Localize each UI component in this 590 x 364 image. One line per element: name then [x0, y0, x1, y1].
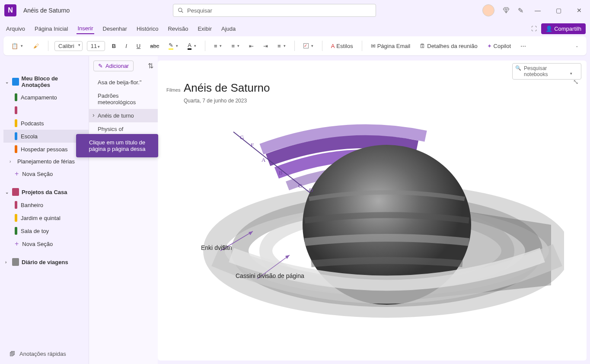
premium-icon[interactable] — [502, 6, 510, 14]
sort-icon[interactable]: ⇅ — [148, 62, 153, 70]
search-input[interactable]: Pesquisar — [173, 4, 376, 17]
new-section-button[interactable]: +Nova Seção — [3, 167, 89, 180]
ring-label-f: F — [251, 142, 254, 149]
maximize-button[interactable]: ▢ — [552, 4, 565, 17]
close-button[interactable]: ✕ — [573, 4, 586, 17]
annotation-cassini: Cassini divisão de página — [236, 272, 304, 279]
email-icon: ✉ — [371, 43, 376, 49]
indent-button[interactable]: ⇥ — [261, 41, 271, 51]
highlight-button[interactable]: ✎▾ — [166, 40, 181, 51]
expand-icon[interactable]: ⤢ — [572, 79, 580, 85]
bold-button[interactable]: B — [109, 41, 118, 51]
avatar[interactable] — [482, 4, 494, 16]
quick-notes-button[interactable]: 🗐 Anotações rápidas — [10, 351, 66, 357]
sidebar-section[interactable] — [3, 104, 89, 117]
notebook-nav: ⌄ Meu Bloco de Anotações AcampamentoPodc… — [0, 56, 89, 364]
search-icon — [178, 7, 184, 13]
page-title[interactable]: Anéis de Saturno — [184, 81, 270, 95]
copilot-button[interactable]: ✦Copilot — [485, 41, 513, 51]
overflow-button[interactable]: ⋯ — [518, 41, 529, 51]
sidebar-section[interactable]: Jardim e quintal — [3, 211, 89, 224]
section-color-icon — [15, 93, 17, 101]
window-title: Anéis de Saturno — [23, 7, 70, 14]
tab-inserir[interactable]: Inserir — [77, 23, 94, 34]
chevron-down-icon: ⌄ — [5, 80, 10, 84]
tab-exibir[interactable]: Exibir — [197, 24, 213, 34]
page-list-item[interactable]: Padrões meteorológicos — [89, 89, 158, 109]
format-painter-button[interactable]: 🖌 — [30, 41, 42, 51]
ring-label-g: G — [240, 134, 244, 141]
underline-button[interactable]: U — [134, 41, 143, 51]
titlebar: Anéis de Saturno Pesquisar ✎ — ▢ ✕ — [0, 0, 590, 21]
annotation-enki: Enki dvi$ltn — [201, 244, 232, 251]
align-button[interactable]: ≡▾ — [275, 41, 288, 51]
pages-panel: ✎ Adicionar ⇅ Asa de beija-flor."Padrões… — [89, 56, 158, 364]
italic-button[interactable]: I — [123, 41, 130, 51]
notebook-icon — [12, 188, 19, 196]
fullscreen-icon[interactable]: ⛶ — [531, 26, 537, 32]
share-button[interactable]: 👤 Compartilh — [541, 23, 586, 34]
page-date: Quarta, 7 de junho de 2023 — [184, 98, 247, 104]
search-notebooks-input[interactable]: Pesquisar notebooks ▾ — [512, 63, 581, 80]
sidebar-section[interactable]: Sala de toy — [3, 224, 89, 237]
ring-label-c: C — [298, 182, 302, 189]
checkbox-icon: ✓ — [303, 43, 309, 48]
svg-marker-10 — [285, 255, 290, 259]
section-color-icon — [15, 145, 17, 153]
section-color-icon — [15, 201, 17, 209]
align-icon: ≡ — [277, 43, 281, 49]
strikethrough-button[interactable]: abc — [147, 41, 162, 51]
page-list-item[interactable]: Anéis de turno — [89, 109, 158, 122]
email-page-button[interactable]: ✉Página Email — [368, 41, 413, 51]
page-list-item[interactable]: Asa de beija-flor." — [89, 76, 158, 89]
ribbon-collapse-button[interactable]: ⌄ — [572, 42, 581, 50]
ribbon-tabs: Arquivo Página Inicial Inserir Desenhar … — [0, 21, 590, 36]
workspace: ⌄ Meu Bloco de Anotações AcampamentoPodc… — [0, 56, 590, 364]
brush-icon: 🖌 — [32, 42, 39, 49]
styles-button[interactable]: AEstilos — [328, 41, 356, 51]
new-section-button[interactable]: +Nova Seção — [3, 237, 89, 250]
paste-button[interactable]: 📋▾ — [9, 41, 26, 51]
add-page-button[interactable]: ✎ Adicionar — [93, 61, 134, 71]
section-color-icon — [15, 214, 17, 222]
plus-icon: + — [15, 240, 19, 248]
notebook-icon — [12, 78, 19, 86]
font-size-select[interactable]: 11▾ — [87, 41, 105, 51]
meeting-details-button[interactable]: 🗓Detalhes da reunião — [417, 41, 480, 51]
clipboard-icon: 📋 — [11, 42, 18, 49]
tab-pagina-inicial[interactable]: Página Inicial — [34, 24, 69, 34]
bullets-button[interactable]: ≡▾ — [211, 41, 225, 51]
notebook-header-2[interactable]: ⌄ Projetos da Casa — [3, 185, 89, 198]
ring-label-b: B — [279, 169, 283, 176]
numbering-button[interactable]: ≡▾ — [229, 41, 242, 51]
plus-icon: + — [15, 170, 19, 178]
ring-label-d: D — [309, 187, 313, 194]
outdent-icon: ⇤ — [249, 43, 254, 49]
highlight-icon: ✎ — [169, 42, 173, 50]
section-color-icon — [15, 227, 17, 235]
titlebar-controls: ✎ — ▢ ✕ — [482, 4, 586, 17]
tab-revisao[interactable]: Revisão — [167, 24, 189, 34]
page-canvas[interactable]: Pesquisar notebooks ▾ ⤢ Filmes Anéis de … — [158, 61, 587, 361]
svg-point-0 — [179, 8, 182, 12]
hint-tooltip: Clique em um título de página p página d… — [76, 134, 158, 157]
indent-icon: ⇥ — [263, 43, 268, 49]
tab-arquivo[interactable]: Arquivo — [5, 24, 26, 34]
tab-ajuda[interactable]: Ajuda — [220, 24, 236, 34]
sidebar-section[interactable]: Acampamento — [3, 91, 89, 104]
notebook-header-3[interactable]: › Diário de viagens — [3, 255, 89, 268]
minimize-button[interactable]: — — [531, 4, 544, 17]
outdent-button[interactable]: ⇤ — [246, 41, 256, 51]
wand-icon[interactable]: ✎ — [518, 6, 523, 15]
sidebar-section[interactable]: Podcasts — [3, 117, 89, 130]
tab-historico[interactable]: Histórico — [136, 24, 159, 34]
sidebar-section[interactable]: Banheiro — [3, 198, 89, 211]
todo-button[interactable]: ✓▾ — [301, 42, 316, 50]
search-placeholder: Pesquisar — [187, 7, 212, 14]
sidebar-section[interactable]: ›Planejamento de férias — [3, 156, 89, 167]
notebook-header-1[interactable]: ⌄ Meu Bloco de Anotações — [3, 73, 89, 91]
font-color-button[interactable]: A▾ — [185, 40, 199, 51]
font-name-select[interactable]: Calibri▾ — [54, 41, 83, 51]
tab-desenhar[interactable]: Desenhar — [102, 24, 128, 34]
section-color-icon — [15, 106, 17, 114]
